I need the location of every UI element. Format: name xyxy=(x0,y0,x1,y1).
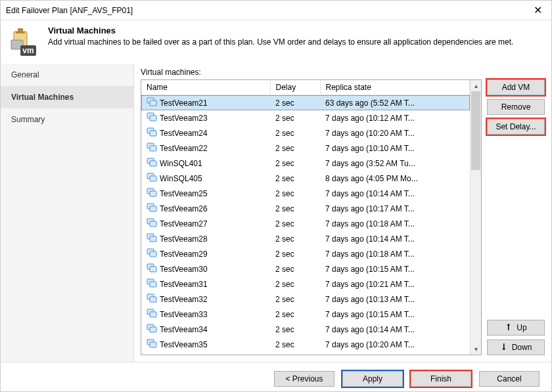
svg-rect-25 xyxy=(150,236,156,242)
vm-icon xyxy=(147,202,157,215)
vm-list-label: Virtual machines: xyxy=(141,68,545,77)
table-row[interactable]: TestVeeam222 sec7 days ago (10:10 AM T..… xyxy=(141,141,470,156)
vm-delay: 2 sec xyxy=(270,125,320,141)
vm-name: WinSQL401 xyxy=(160,159,202,168)
vm-replica-state: 7 days ago (10:12 AM T... xyxy=(320,110,470,125)
close-icon[interactable]: ✕ xyxy=(530,4,546,16)
svg-rect-11 xyxy=(150,131,156,136)
remove-button[interactable]: Remove xyxy=(487,99,545,115)
svg-rect-35 xyxy=(150,312,156,317)
header-title: Virtual Machines xyxy=(48,26,513,35)
table-row[interactable]: TestVeeam212 sec63 days ago (5:52 AM T..… xyxy=(141,95,470,111)
svg-rect-23 xyxy=(150,221,156,227)
vm-icon xyxy=(147,217,157,230)
finish-button[interactable]: Finish xyxy=(411,371,471,387)
vm-replica-state: 7 days ago (10:14 AM T... xyxy=(320,231,470,246)
vm-icon xyxy=(147,127,157,139)
arrow-down-icon: 🠗 xyxy=(500,343,508,352)
wizard-body: GeneralVirtual MachinesSummary Virtual m… xyxy=(1,64,551,362)
vm-replica-state: 7 days ago (10:18 AM T... xyxy=(320,246,470,261)
vm-delay: 2 sec xyxy=(270,292,320,307)
vm-delay: 2 sec xyxy=(270,156,320,171)
vertical-scrollbar[interactable]: ▴ ▾ xyxy=(470,80,481,355)
vm-delay: 2 sec xyxy=(270,171,320,186)
sidebar-item-summary[interactable]: Summary xyxy=(1,108,133,131)
svg-rect-33 xyxy=(150,297,156,302)
vm-icon xyxy=(147,142,157,154)
vm-replica-state: 7 days ago (10:14 AM T... xyxy=(320,186,470,201)
vm-name: TestVeeam25 xyxy=(160,189,208,198)
vm-icon xyxy=(147,323,157,336)
cancel-button[interactable]: Cancel xyxy=(479,371,540,387)
table-row[interactable]: TestVeeam252 sec7 days ago (10:14 AM T..… xyxy=(141,186,470,201)
svg-rect-19 xyxy=(150,191,156,196)
table-row[interactable]: WinSQL4052 sec8 days ago (4:05 PM Mo... xyxy=(141,171,470,186)
svg-rect-13 xyxy=(150,146,156,151)
scroll-thumb[interactable] xyxy=(471,91,480,170)
svg-rect-31 xyxy=(150,282,156,287)
vm-delay: 2 sec xyxy=(270,322,320,337)
col-header-state[interactable]: Replica state xyxy=(320,80,470,95)
vm-replica-state: 7 days ago (10:14 AM T... xyxy=(320,322,470,337)
vm-table-container: Name Delay Replica state TestVeeam212 se… xyxy=(141,79,482,355)
svg-rect-9 xyxy=(150,116,156,121)
table-row[interactable]: TestVeeam272 sec7 days ago (10:18 AM T..… xyxy=(141,216,470,231)
vm-name: TestVeeam28 xyxy=(160,234,208,244)
failover-plan-icon: vm xyxy=(9,26,40,57)
move-down-button[interactable]: 🠗 Down xyxy=(487,339,545,355)
sidebar-item-general[interactable]: General xyxy=(1,64,133,86)
vm-icon xyxy=(147,263,157,275)
col-header-delay[interactable]: Delay xyxy=(270,80,320,95)
scroll-up-arrow-icon[interactable]: ▴ xyxy=(471,80,481,91)
sidebar-item-virtual-machines[interactable]: Virtual Machines xyxy=(1,86,133,108)
table-row[interactable]: TestVeeam242 sec7 days ago (10:20 AM T..… xyxy=(141,125,470,141)
vm-name: TestVeeam24 xyxy=(160,129,208,138)
scroll-down-arrow-icon[interactable]: ▾ xyxy=(471,343,481,355)
table-row[interactable]: TestVeeam352 sec7 days ago (10:20 AM T..… xyxy=(141,337,470,352)
table-row[interactable]: TestVeeam342 sec7 days ago (10:14 AM T..… xyxy=(141,322,470,337)
move-up-label: Up xyxy=(517,323,526,332)
table-row[interactable]: TestVeeam302 sec7 days ago (10:15 AM T..… xyxy=(141,261,470,276)
vm-name: TestVeeam33 xyxy=(160,310,208,319)
table-row[interactable]: TestVeeam332 sec7 days ago (10:15 AM T..… xyxy=(141,307,470,322)
svg-rect-21 xyxy=(150,206,156,211)
vm-delay: 2 sec xyxy=(270,201,320,216)
vm-replica-state: 63 days ago (5:52 AM T... xyxy=(320,95,470,111)
vm-replica-state: 7 days ago (10:20 AM T... xyxy=(320,125,470,141)
vm-replica-state: 7 days ago (10:21 AM T... xyxy=(320,276,470,292)
vm-name: TestVeeam21 xyxy=(160,98,208,108)
vm-replica-state: 7 days ago (10:17 AM T... xyxy=(320,201,470,216)
table-row[interactable]: WinSQL4012 sec7 days ago (3:52 AM Tu... xyxy=(141,156,470,171)
vm-replica-state: 7 days ago (10:10 AM T... xyxy=(320,141,470,156)
vm-icon xyxy=(147,232,157,245)
table-row[interactable]: TestVeeam292 sec7 days ago (10:18 AM T..… xyxy=(141,246,470,261)
svg-rect-15 xyxy=(150,161,156,166)
col-header-name[interactable]: Name xyxy=(141,80,270,95)
wizard-header: vm Virtual Machines Add virtual machines… xyxy=(1,20,551,64)
add-vm-button[interactable]: Add VM xyxy=(487,79,545,95)
titlebar: Edit Failover Plan [ANF_AVS_FP01] ✕ xyxy=(1,1,551,20)
vm-name: TestVeeam30 xyxy=(160,265,208,274)
table-row[interactable]: TestVeeam262 sec7 days ago (10:17 AM T..… xyxy=(141,201,470,216)
table-row[interactable]: TestVeeam232 sec7 days ago (10:12 AM T..… xyxy=(141,110,470,125)
vm-replica-state: 7 days ago (10:13 AM T... xyxy=(320,292,470,307)
table-row[interactable]: TestVeeam322 sec7 days ago (10:13 AM T..… xyxy=(141,292,470,307)
previous-button[interactable]: < Previous xyxy=(274,371,334,387)
table-row[interactable]: TestVeeam282 sec7 days ago (10:14 AM T..… xyxy=(141,231,470,246)
apply-button[interactable]: Apply xyxy=(342,371,403,387)
vm-name: TestVeeam34 xyxy=(160,325,208,334)
vm-replica-state: 8 days ago (4:05 PM Mo... xyxy=(320,171,470,186)
vm-table[interactable]: Name Delay Replica state TestVeeam212 se… xyxy=(141,80,470,352)
vm-icon xyxy=(147,338,157,351)
svg-rect-29 xyxy=(150,267,156,272)
table-row[interactable]: TestVeeam312 sec7 days ago (10:21 AM T..… xyxy=(141,276,470,292)
vm-replica-state: 7 days ago (10:20 AM T... xyxy=(320,337,470,352)
vm-name: TestVeeam23 xyxy=(160,114,208,123)
vm-icon xyxy=(147,293,157,305)
vm-name: TestVeeam35 xyxy=(160,340,208,349)
set-delay-button[interactable]: Set Delay... xyxy=(487,119,545,135)
vm-name: TestVeeam29 xyxy=(160,250,208,259)
move-up-button[interactable]: 🠕 Up xyxy=(487,320,545,336)
vm-delay: 2 sec xyxy=(270,276,320,292)
vm-action-buttons: Add VM Remove Set Delay... 🠕 Up 🠗 Down xyxy=(487,79,545,355)
